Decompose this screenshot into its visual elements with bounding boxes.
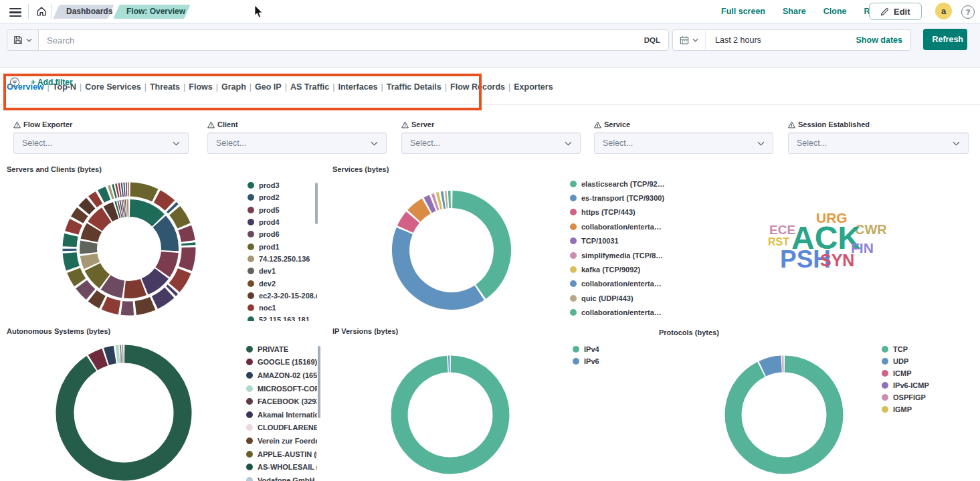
donut-slice[interactable]: [104, 303, 119, 308]
donut-slice[interactable]: [108, 210, 116, 214]
legend-item[interactable]: collaboration/enterta…: [570, 219, 684, 233]
donut-slice[interactable]: [733, 364, 835, 466]
donut-slice[interactable]: [106, 282, 123, 289]
donut-slice[interactable]: [92, 197, 99, 201]
donut-slice[interactable]: [70, 253, 73, 268]
donut-slice[interactable]: [136, 304, 153, 308]
query-language-button[interactable]: DQL: [636, 36, 668, 44]
legend-item[interactable]: IPv6: [573, 355, 640, 367]
donut-slice[interactable]: [434, 201, 436, 202]
avatar[interactable]: a: [935, 3, 952, 19]
breadcrumb-dashboards[interactable]: Dashboards: [56, 5, 111, 19]
legend-item[interactable]: 74.125.250.136: [248, 253, 317, 265]
donut-slice[interactable]: [185, 227, 188, 241]
legend-item[interactable]: prod1: [248, 240, 317, 252]
donut-slice[interactable]: [72, 222, 76, 233]
filter-select[interactable]: Select...: [594, 132, 773, 154]
legend-item[interactable]: prod4: [248, 216, 317, 228]
autonomous-systems-donut-chart[interactable]: [54, 334, 201, 481]
add-filter-button[interactable]: + Add filter: [31, 78, 73, 87]
servers-clients-sunburst-chart[interactable]: [7, 175, 252, 322]
donut-slice[interactable]: [89, 255, 92, 266]
donut-slice[interactable]: [763, 364, 781, 369]
legend-item[interactable]: GOOGLE (15169): [246, 356, 317, 369]
donut-slice[interactable]: [92, 267, 104, 282]
tag-cloud-word-syn[interactable]: SYN: [820, 252, 854, 269]
donut-slice[interactable]: [414, 206, 426, 216]
breadcrumb-flow-overview[interactable]: Flow: Overview: [116, 5, 187, 19]
legend-item[interactable]: IGMP: [882, 403, 955, 415]
donut-slice[interactable]: [95, 215, 106, 226]
donut-slice[interactable]: [405, 217, 413, 229]
donut-slice[interactable]: [65, 354, 183, 472]
legend-item[interactable]: Akamai Internatio…: [246, 408, 317, 421]
legend-item[interactable]: dev1: [248, 265, 317, 277]
legend-scrollbar[interactable]: [318, 346, 320, 418]
donut-slice[interactable]: [130, 208, 158, 220]
donut-slice[interactable]: [114, 191, 116, 191]
donut-slice[interactable]: [438, 201, 440, 201]
legend-item[interactable]: collaboration/enterta…: [570, 277, 684, 291]
filter-select[interactable]: Select...: [207, 132, 387, 154]
menu-hamburger-icon[interactable]: [9, 6, 21, 19]
saved-query-menu[interactable]: [7, 30, 39, 50]
legend-item[interactable]: prod3: [248, 179, 317, 191]
legend-item[interactable]: dev2: [248, 277, 317, 289]
donut-slice[interactable]: [117, 209, 118, 210]
legend-item[interactable]: CLOUDFLARENET (…: [246, 421, 317, 435]
legend-item[interactable]: 52.115.163.181: [248, 314, 317, 321]
donut-slice[interactable]: [175, 211, 184, 226]
donut-slice[interactable]: [82, 284, 91, 294]
legend-item[interactable]: prod5: [248, 204, 317, 216]
legend-item[interactable]: Vodafone GmbH (3…: [246, 474, 317, 481]
header-action-share[interactable]: Share: [783, 7, 806, 16]
legend-item[interactable]: FACEBOOK (32934): [246, 395, 317, 408]
legend-item[interactable]: PRIVATE: [246, 343, 317, 356]
header-action-clone[interactable]: Clone: [823, 7, 847, 16]
legend-item[interactable]: TCP/10031: [570, 234, 684, 248]
date-quick-menu[interactable]: [673, 30, 706, 50]
legend-scrollbar[interactable]: [315, 183, 318, 224]
filter-select[interactable]: Select...: [13, 132, 189, 154]
donut-slice[interactable]: [92, 296, 102, 302]
legend-item[interactable]: OSPFIGP: [882, 391, 955, 403]
donut-slice[interactable]: [106, 355, 115, 357]
ip-versions-donut-chart[interactable]: [381, 334, 522, 481]
legend-item[interactable]: TCP: [882, 343, 955, 355]
protocols-donut-chart[interactable]: [712, 334, 860, 481]
header-action-full-screen[interactable]: Full screen: [721, 7, 765, 16]
legend-item[interactable]: APPLE-AUSTIN (61…: [246, 448, 317, 461]
donut-slice[interactable]: [89, 227, 94, 240]
legend-item[interactable]: collaboration/enterta…: [570, 306, 684, 320]
donut-slice[interactable]: [130, 189, 155, 195]
donut-slice[interactable]: [145, 274, 162, 286]
donut-slice[interactable]: [159, 221, 170, 251]
donut-slice[interactable]: [155, 293, 169, 303]
donut-slice[interactable]: [122, 308, 133, 308]
donut-slice[interactable]: [84, 203, 90, 210]
legend-item[interactable]: elasticsearch (TCP/92…: [570, 177, 684, 191]
filter-icon[interactable]: [9, 77, 20, 88]
donut-slice[interactable]: [175, 271, 185, 288]
time-range-value[interactable]: Last 2 hours: [706, 35, 856, 45]
legend-item[interactable]: noc1: [248, 302, 317, 314]
home-icon[interactable]: [35, 5, 47, 20]
donut-slice[interactable]: [93, 357, 105, 363]
donut-slice[interactable]: [452, 199, 502, 292]
legend-item[interactable]: ec2-3-20-15-208.u…: [248, 290, 317, 302]
donut-slice[interactable]: [77, 212, 82, 220]
donut-slice[interactable]: [171, 207, 173, 209]
donut-slice[interactable]: [401, 231, 480, 301]
show-dates-button[interactable]: Show dates: [856, 35, 910, 45]
services-donut-chart[interactable]: [375, 175, 528, 325]
donut-slice[interactable]: [163, 252, 170, 272]
legend-item[interactable]: quic (UDP/443): [570, 291, 684, 305]
donut-slice[interactable]: [101, 193, 108, 197]
donut-slice[interactable]: [185, 248, 189, 269]
legend-item[interactable]: IPv4: [573, 343, 640, 355]
donut-slice[interactable]: [171, 289, 173, 291]
legend-item[interactable]: https (TCP/443): [570, 205, 684, 219]
donut-slice[interactable]: [442, 200, 444, 201]
legend-item[interactable]: kafka (TCP/9092): [570, 262, 684, 276]
legend-item[interactable]: AS-WHOLESAIL (2…: [246, 460, 317, 474]
